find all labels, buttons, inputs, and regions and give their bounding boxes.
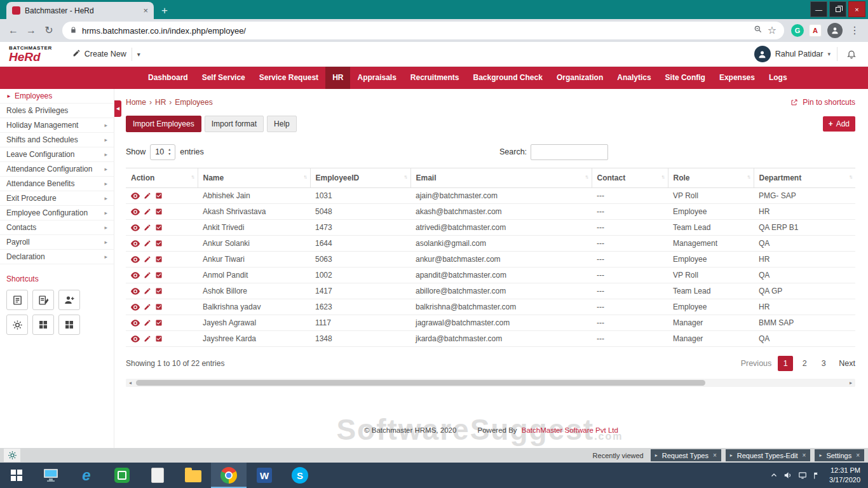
url-text[interactable]: hrms.batchmaster.co.in/index.php/employe…: [82, 26, 749, 36]
sidebar-item-attendance-configuration[interactable]: Attendance Configuration▸: [0, 162, 114, 177]
nav-item-logs[interactable]: Logs: [762, 67, 794, 89]
dock-panel-request-types-edit[interactable]: ▸Request Types-Edit×: [726, 449, 811, 461]
select-check-icon[interactable]: [155, 255, 163, 263]
browser-tab[interactable]: Batchmaster - HeRd ×: [6, 2, 154, 19]
sidebar-item-employee-configuration[interactable]: Employee Configuration▸: [0, 206, 114, 220]
create-new-button[interactable]: Create New: [67, 46, 132, 62]
nav-item-expenses[interactable]: Expenses: [712, 67, 762, 89]
sidebar-item-attendance-benefits[interactable]: Attendance Benefits▸: [0, 177, 114, 191]
scrollbar-thumb[interactable]: [136, 380, 705, 386]
column-header-department[interactable]: Department↑↓: [754, 168, 855, 188]
sidebar-item-shifts-and-schedules[interactable]: Shifts and Schedules▸: [0, 133, 114, 147]
create-new-caret-icon[interactable]: ▾: [132, 48, 146, 61]
nav-item-background-check[interactable]: Background Check: [466, 67, 550, 89]
company-link[interactable]: BatchMaster Software Pvt Ltd: [522, 426, 618, 434]
zoom-icon[interactable]: [754, 25, 763, 36]
import-format-button[interactable]: Import format: [205, 116, 264, 132]
view-icon[interactable]: [131, 208, 140, 215]
sidebar-item-declaration[interactable]: Declaration▸: [0, 250, 114, 264]
bookmark-star-icon[interactable]: ☆: [768, 25, 776, 36]
new-tab-button[interactable]: +: [161, 5, 168, 16]
window-close-button[interactable]: ×: [848, 1, 865, 17]
grammarly-extension-icon[interactable]: G: [791, 24, 804, 37]
taskbar-skype-icon[interactable]: S: [282, 463, 318, 488]
sidebar-item-roles-privileges[interactable]: Roles & Privileges: [0, 104, 114, 118]
back-icon[interactable]: ←: [5, 25, 22, 36]
close-icon[interactable]: ×: [856, 452, 860, 459]
taskbar-folder-icon[interactable]: [175, 463, 211, 488]
edit-icon[interactable]: [144, 224, 151, 231]
import-employees-button[interactable]: Import Employees: [126, 116, 201, 132]
select-check-icon[interactable]: [155, 240, 163, 247]
tab-close-icon[interactable]: ×: [143, 6, 148, 15]
adobe-extension-icon[interactable]: A: [809, 24, 822, 37]
taskbar-word-icon[interactable]: W: [247, 463, 282, 488]
select-check-icon[interactable]: [155, 224, 163, 231]
tray-flag-icon[interactable]: [813, 471, 821, 480]
edit-icon[interactable]: [144, 303, 151, 311]
tray-volume-icon[interactable]: [783, 471, 792, 480]
edit-icon[interactable]: [144, 208, 151, 215]
notifications-bell-icon[interactable]: [844, 49, 859, 59]
shortcut-add-user-icon[interactable]: [58, 290, 80, 310]
sidebar-collapse-button[interactable]: ◀: [114, 100, 121, 117]
start-button[interactable]: [0, 463, 33, 488]
select-check-icon[interactable]: [155, 208, 163, 215]
shortcut-document-edit-icon[interactable]: [32, 290, 54, 310]
close-icon[interactable]: ×: [713, 452, 717, 459]
nav-item-dashboard[interactable]: Dashboard: [141, 67, 195, 89]
view-icon[interactable]: [131, 304, 140, 311]
address-bar[interactable]: hrms.batchmaster.co.in/index.php/employe…: [62, 22, 784, 39]
select-check-icon[interactable]: [155, 287, 163, 295]
breadcrumb-hr[interactable]: HR: [155, 98, 166, 107]
browser-profile-icon[interactable]: [827, 23, 843, 38]
edit-icon[interactable]: [144, 192, 151, 200]
page-button-2[interactable]: 2: [797, 356, 812, 371]
edit-icon[interactable]: [144, 240, 151, 247]
page-size-select[interactable]: 10 ▴▾: [150, 144, 175, 160]
sidebar-item-contacts[interactable]: Contacts▸: [0, 220, 114, 235]
search-input[interactable]: [531, 144, 608, 160]
edit-icon[interactable]: [144, 271, 151, 279]
nav-item-appraisals[interactable]: Appraisals: [350, 67, 403, 89]
view-icon[interactable]: [131, 288, 140, 295]
scroll-left-icon[interactable]: ◂: [126, 380, 135, 386]
nav-item-site-config[interactable]: Site Config: [658, 67, 712, 89]
taskbar-notes-app-icon[interactable]: [140, 463, 175, 488]
edit-icon[interactable]: [144, 287, 151, 295]
column-header-name[interactable]: Name↑↓: [198, 168, 310, 188]
page-button-3[interactable]: 3: [816, 356, 831, 371]
column-header-action[interactable]: Action↑↓: [126, 168, 198, 188]
sidebar-item-payroll[interactable]: Payroll▸: [0, 235, 114, 250]
column-header-email[interactable]: Email↑↓: [410, 168, 592, 188]
shortcut-grid-icon-2[interactable]: [58, 315, 80, 335]
taskbar-clock[interactable]: 12:31 PM 3/17/2020: [829, 466, 860, 485]
window-restore-button[interactable]: [829, 1, 846, 17]
shortcut-document-icon[interactable]: [6, 290, 28, 310]
nav-item-hr[interactable]: HR: [325, 67, 350, 89]
scroll-right-icon[interactable]: ▸: [846, 380, 855, 386]
sidebar-item-exit-procedure[interactable]: Exit Procedure▸: [0, 191, 114, 206]
previous-page-button[interactable]: Previous: [741, 359, 772, 368]
shortcut-grid-icon[interactable]: [32, 315, 54, 335]
column-header-role[interactable]: Role↑↓: [668, 168, 754, 188]
dock-panel-settings[interactable]: ▸Settings×: [815, 449, 864, 461]
reload-icon[interactable]: ↻: [41, 25, 57, 36]
nav-item-recruitments[interactable]: Recruitments: [403, 67, 466, 89]
shortcut-settings-icon[interactable]: [6, 315, 28, 335]
next-page-button[interactable]: Next: [839, 359, 855, 368]
nav-item-self-service[interactable]: Self Service: [195, 67, 252, 89]
breadcrumb-home[interactable]: Home: [126, 98, 146, 107]
scrollbar-track[interactable]: [135, 379, 846, 387]
edit-icon[interactable]: [144, 319, 151, 327]
browser-menu-icon[interactable]: ⋮: [846, 25, 863, 36]
select-check-icon[interactable]: [155, 335, 163, 342]
view-icon[interactable]: [131, 272, 140, 279]
edit-icon[interactable]: [144, 335, 151, 342]
view-icon[interactable]: [131, 336, 140, 342]
view-icon[interactable]: [131, 193, 140, 200]
taskbar-green-app-icon[interactable]: [104, 463, 140, 488]
nav-item-analytics[interactable]: Analytics: [610, 67, 658, 89]
breadcrumb-employees[interactable]: Employees: [175, 98, 212, 107]
view-icon[interactable]: [131, 256, 140, 263]
